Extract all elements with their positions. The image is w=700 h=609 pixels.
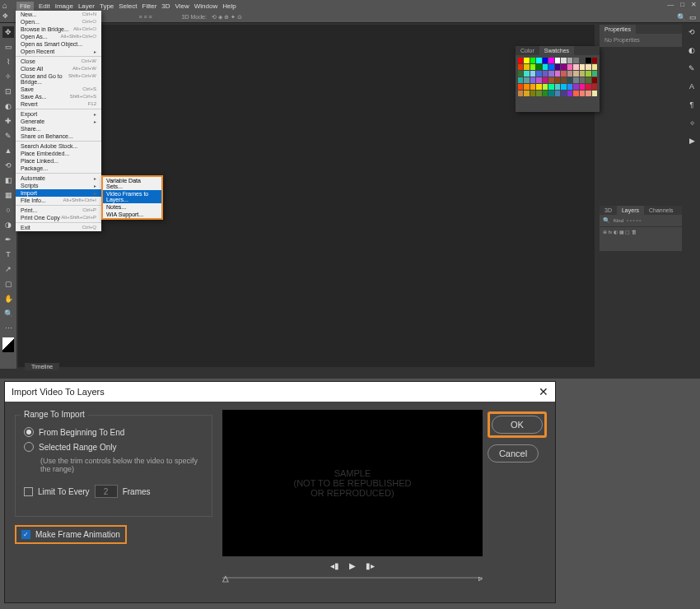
swatch[interactable] xyxy=(524,91,529,96)
swatch[interactable] xyxy=(548,77,553,83)
search-icon[interactable]: 🔍 xyxy=(677,13,686,21)
layer-filter-icons[interactable]: ▫ ▫ ▫ ▫ ▫ xyxy=(627,218,641,223)
swatch[interactable] xyxy=(580,91,585,96)
swatch[interactable] xyxy=(555,64,560,70)
file-menu-item[interactable]: Search Adobe Stock... xyxy=(16,142,101,150)
swatch[interactable] xyxy=(573,91,578,96)
swatch[interactable] xyxy=(580,71,585,77)
minimize-icon[interactable]: — xyxy=(667,1,674,8)
tool-wand[interactable]: ✧ xyxy=(2,71,14,82)
file-menu-item[interactable]: Import▸ xyxy=(16,189,101,197)
check-limit-every[interactable] xyxy=(24,487,33,496)
menu-file[interactable]: File xyxy=(16,2,34,11)
swatch[interactable] xyxy=(555,71,560,77)
file-menu-item[interactable]: Print One CopyAlt+Shift+Ctrl+P xyxy=(16,214,101,221)
tab-channels[interactable]: Channels xyxy=(644,206,679,215)
file-menu-item[interactable]: New...Ctrl+N xyxy=(16,11,101,18)
swatch[interactable] xyxy=(536,91,541,96)
tool-gradient[interactable]: ▦ xyxy=(2,189,14,201)
panel-icon-char[interactable]: A xyxy=(686,82,698,94)
swatch[interactable] xyxy=(518,71,523,77)
file-menu-item[interactable]: Open Recent▸ xyxy=(16,48,101,55)
swatch[interactable] xyxy=(592,84,597,90)
swatch[interactable] xyxy=(524,58,529,63)
swatch[interactable] xyxy=(567,58,572,63)
align-icons[interactable]: ≡ ≡ ≡ xyxy=(138,14,152,20)
tab-color[interactable]: Color xyxy=(516,46,539,55)
swatch[interactable] xyxy=(561,64,566,70)
swatch[interactable] xyxy=(555,91,560,96)
tool-stamp[interactable]: ▲ xyxy=(2,145,14,156)
swatch[interactable] xyxy=(561,77,566,83)
menu-type[interactable]: Type xyxy=(100,2,114,10)
tool-lasso[interactable]: ⌇ xyxy=(2,56,14,67)
file-menu-item[interactable]: Open...Ctrl+O xyxy=(16,18,101,26)
ok-button[interactable]: OK xyxy=(492,416,543,434)
swatch[interactable] xyxy=(518,64,523,70)
file-menu-item[interactable]: Automate▸ xyxy=(16,174,101,182)
swatch[interactable] xyxy=(567,64,572,70)
swatch[interactable] xyxy=(567,77,572,83)
menu-help[interactable]: Help xyxy=(222,2,236,10)
tool-blur[interactable]: ○ xyxy=(2,204,14,216)
import-submenu-item[interactable]: WIA Support... xyxy=(103,211,161,218)
workspace-icon[interactable]: ▭ xyxy=(689,13,697,21)
close-icon[interactable]: ✕ xyxy=(691,1,697,8)
file-menu-item[interactable]: Browse in Bridge...Alt+Ctrl+O xyxy=(16,26,101,33)
swatch[interactable] xyxy=(580,58,585,63)
menu-image[interactable]: Image xyxy=(55,2,73,10)
trim-start-handle[interactable]: △ xyxy=(222,574,229,583)
swatch[interactable] xyxy=(567,91,572,96)
swatch[interactable] xyxy=(592,77,597,83)
menu-layer[interactable]: Layer xyxy=(78,2,95,10)
swatch[interactable] xyxy=(580,64,585,70)
swatch[interactable] xyxy=(561,91,566,96)
import-submenu-item[interactable]: Video Frames to Layers... xyxy=(103,190,161,203)
check-make-animation[interactable]: ✓ xyxy=(21,530,30,539)
tool-heal[interactable]: ✚ xyxy=(2,115,14,127)
file-menu-item[interactable]: Save As...Shift+Ctrl+S xyxy=(16,93,101,100)
swatch[interactable] xyxy=(543,91,548,96)
swatch[interactable] xyxy=(573,64,578,70)
swatch-grid[interactable] xyxy=(516,55,600,99)
swatch[interactable] xyxy=(592,91,597,96)
layer-bottom-icons[interactable]: ⊕ fx ◐ ▦ ▢ 🗑 xyxy=(603,229,637,235)
play-icon[interactable]: ▶ xyxy=(349,561,356,570)
panel-icon-actions[interactable]: ▶ xyxy=(686,137,698,148)
menu-view[interactable]: View xyxy=(175,2,189,10)
file-menu-item[interactable]: RevertF12 xyxy=(16,100,101,108)
tab-layers[interactable]: Layers xyxy=(617,206,644,215)
file-menu-item[interactable]: Scripts▸ xyxy=(16,182,101,189)
trim-end-handle[interactable]: ▹ xyxy=(478,574,483,583)
swatch[interactable] xyxy=(555,77,560,83)
panel-icon-adjust[interactable]: ◐ xyxy=(686,46,698,58)
radio-from-beginning[interactable] xyxy=(24,427,34,437)
swatch[interactable] xyxy=(543,84,548,90)
file-menu-item[interactable]: Package... xyxy=(16,165,101,172)
file-menu-item[interactable]: File Info...Alt+Shift+Ctrl+I xyxy=(16,197,101,204)
layer-filter-kind[interactable]: Kind xyxy=(614,218,623,223)
limit-frames-input[interactable] xyxy=(95,485,118,498)
file-menu-item[interactable]: Close and Go to Bridge...Shift+Ctrl+W xyxy=(16,72,101,86)
swatch[interactable] xyxy=(543,64,548,70)
swatch[interactable] xyxy=(548,58,553,63)
swatch[interactable] xyxy=(524,64,529,70)
swatch[interactable] xyxy=(586,77,590,83)
swatch[interactable] xyxy=(548,91,553,96)
panel-icon-history[interactable]: ⟲ xyxy=(686,28,698,40)
menu-filter[interactable]: Filter xyxy=(142,2,157,10)
tool-hand[interactable]: ✋ xyxy=(2,293,14,304)
file-menu-item[interactable]: CloseCtrl+W xyxy=(16,58,101,65)
swatch[interactable] xyxy=(530,77,535,83)
tool-move[interactable]: ✥ xyxy=(2,26,14,38)
menu-3d[interactable]: 3D xyxy=(161,2,170,10)
tool-zoom[interactable]: 🔍 xyxy=(2,308,14,319)
swatch[interactable] xyxy=(518,77,523,83)
swatch[interactable] xyxy=(586,71,590,77)
swatch[interactable] xyxy=(548,84,553,90)
swatch[interactable] xyxy=(586,84,590,90)
swatch[interactable] xyxy=(536,84,541,90)
dialog-close-icon[interactable]: ✕ xyxy=(539,385,548,398)
tab-properties[interactable]: Properties xyxy=(600,25,636,34)
file-menu-item[interactable]: Open as Smart Object... xyxy=(16,40,101,48)
